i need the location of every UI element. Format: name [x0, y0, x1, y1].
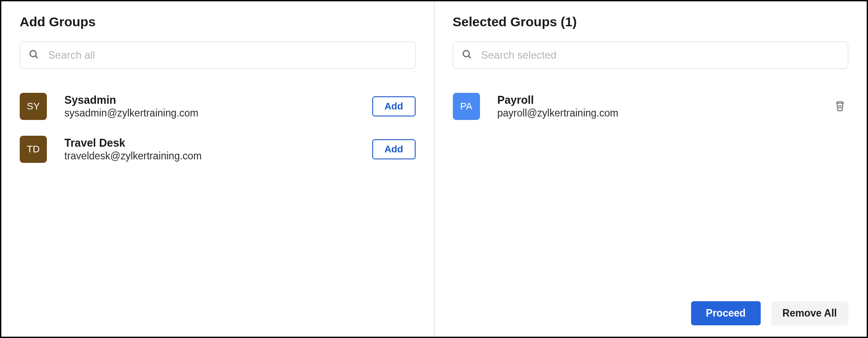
add-groups-title: Add Groups	[20, 14, 416, 29]
avatar: PA	[453, 93, 480, 120]
search-all-input[interactable]	[20, 42, 416, 69]
group-email: payroll@zylkertraining.com	[498, 107, 832, 119]
search-selected-input[interactable]	[453, 42, 849, 69]
add-groups-panel: Add Groups SY Sysadmin sysadmin@zylkertr…	[1, 1, 434, 337]
avatar: SY	[20, 93, 47, 120]
group-name: Payroll	[498, 94, 832, 106]
proceed-button[interactable]: Proceed	[691, 301, 761, 325]
group-picker-dialog: Add Groups SY Sysadmin sysadmin@zylkertr…	[0, 0, 868, 338]
avatar: TD	[20, 136, 47, 163]
selected-groups-list: PA Payroll payroll@zylkertraining.com	[453, 88, 849, 324]
group-email: sysadmin@zylkertraining.com	[64, 107, 372, 119]
selected-groups-title: Selected Groups (1)	[453, 14, 849, 29]
selected-groups-panel: Selected Groups (1) PA Payroll payroll@z…	[434, 1, 867, 337]
group-info: Travel Desk traveldesk@zylkertraining.co…	[64, 137, 372, 162]
list-item: PA Payroll payroll@zylkertraining.com	[453, 88, 849, 124]
remove-button[interactable]	[832, 98, 848, 116]
list-item: TD Travel Desk traveldesk@zylkertraining…	[20, 131, 416, 167]
group-name: Travel Desk	[64, 137, 372, 149]
trash-icon	[834, 100, 846, 113]
group-info: Sysadmin sysadmin@zylkertraining.com	[64, 94, 372, 119]
add-button[interactable]: Add	[372, 96, 416, 116]
remove-all-button[interactable]: Remove All	[771, 301, 848, 325]
search-all-wrap	[20, 42, 416, 69]
footer-actions: Proceed Remove All	[691, 301, 848, 325]
list-item: SY Sysadmin sysadmin@zylkertraining.com …	[20, 88, 416, 124]
group-name: Sysadmin	[64, 94, 372, 106]
available-groups-list: SY Sysadmin sysadmin@zylkertraining.com …	[20, 88, 416, 324]
group-email: traveldesk@zylkertraining.com	[64, 150, 372, 162]
group-info: Payroll payroll@zylkertraining.com	[498, 94, 832, 119]
add-button[interactable]: Add	[372, 139, 416, 159]
search-selected-wrap	[453, 42, 849, 69]
